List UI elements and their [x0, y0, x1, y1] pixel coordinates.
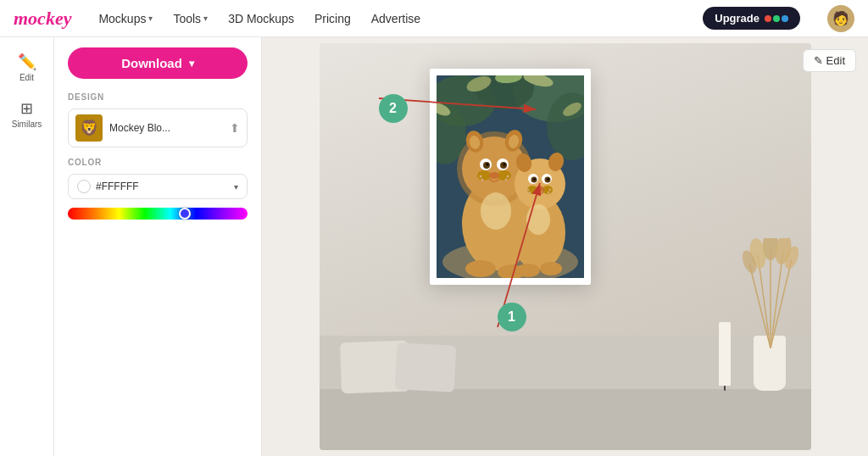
edit-icon: ✏️ [18, 53, 36, 71]
artwork-frame [430, 69, 591, 285]
chevron-down-icon: ▾ [234, 182, 238, 192]
svg-point-40 [533, 178, 535, 180]
svg-point-22 [503, 164, 505, 166]
sidebar-item-edit[interactable]: ✏️ Edit [3, 46, 51, 89]
svg-line-59 [771, 259, 792, 348]
nav-item-3d-mockups[interactable]: 3D Mockups [228, 12, 294, 25]
color-gradient-slider[interactable] [68, 208, 248, 220]
nav-item-tools[interactable]: Tools ▾ [173, 12, 208, 25]
chevron-down-icon: ▾ [189, 58, 194, 70]
grid-icon: ⊞ [20, 99, 33, 118]
dot-red [765, 15, 771, 22]
chevron-down-icon: ▾ [203, 14, 208, 23]
dot-green [773, 15, 780, 22]
color-picker[interactable]: #FFFFFF ▾ [68, 174, 248, 199]
design-name: Mockey Blo... [109, 122, 223, 134]
svg-point-52 [540, 262, 562, 275]
sofa [320, 340, 811, 450]
upload-icon[interactable]: ⬆ [230, 121, 240, 135]
svg-point-21 [486, 164, 488, 166]
color-swatch [77, 180, 91, 193]
svg-point-49 [465, 260, 496, 277]
svg-line-58 [749, 264, 771, 348]
lion-artwork [437, 75, 584, 278]
design-item[interactable]: 🦁 Mockey Blo... ⬆ [68, 108, 248, 147]
svg-point-44 [528, 192, 530, 193]
sidebar: ✏️ Edit ⊞ Similars [0, 37, 54, 456]
svg-line-55 [758, 255, 771, 348]
control-panel: Download ▾ DESIGN 🦁 Mockey Blo... ⬆ COLO… [54, 37, 262, 456]
avatar-button[interactable]: 🧑 [827, 5, 854, 32]
svg-point-46 [547, 192, 548, 193]
edit-badge-button[interactable]: ✎ Edit [803, 49, 856, 72]
candle-body [719, 322, 731, 386]
nav-item-advertise[interactable]: Advertise [371, 12, 420, 25]
candle-wick [724, 386, 726, 391]
candle-decor [719, 322, 731, 391]
svg-point-43 [526, 189, 528, 191]
svg-point-53 [481, 192, 511, 230]
design-section-label: DESIGN [68, 92, 248, 102]
svg-point-15 [477, 170, 491, 181]
design-thumbnail: 🦁 [75, 114, 103, 142]
svg-point-27 [504, 179, 507, 181]
nav-item-pricing[interactable]: Pricing [314, 12, 351, 25]
pampas-svg [737, 238, 804, 348]
annotation-2: 2 [379, 94, 408, 123]
upgrade-button[interactable]: Upgrade [703, 7, 800, 30]
canvas-area: ✎ Edit [262, 37, 868, 456]
vase-decor [754, 336, 786, 391]
svg-point-45 [548, 189, 550, 191]
dot-blue [782, 15, 788, 22]
svg-point-41 [547, 178, 548, 180]
color-hex-value: #FFFFFF [96, 181, 229, 192]
sidebar-item-similars[interactable]: ⊞ Similars [3, 92, 51, 136]
pillow-2 [394, 342, 456, 392]
logo[interactable]: mockey [14, 8, 71, 30]
upgrade-dots [765, 15, 788, 22]
svg-point-42 [536, 186, 544, 192]
chevron-down-icon: ▾ [148, 14, 153, 23]
color-section-label: COLOR [68, 158, 248, 167]
svg-point-24 [479, 175, 481, 178]
sofa-seat [320, 389, 811, 450]
svg-point-23 [489, 172, 499, 179]
svg-point-51 [516, 264, 540, 277]
nav-item-mockups[interactable]: Mockups ▾ [98, 12, 153, 25]
color-section: COLOR #FFFFFF ▾ [68, 158, 248, 220]
navbar: mockey Mockups ▾ Tools ▾ 3D Mockups Pric… [0, 0, 868, 37]
artwork-inner [437, 75, 584, 278]
svg-point-25 [481, 179, 483, 181]
svg-line-57 [771, 251, 783, 348]
svg-point-26 [506, 175, 509, 178]
mockup-frame: 1 2 [320, 43, 811, 450]
download-button[interactable]: Download ▾ [68, 47, 248, 79]
svg-point-54 [526, 204, 550, 235]
annotation-1: 1 [498, 303, 526, 331]
svg-point-16 [498, 170, 511, 181]
gradient-handle[interactable] [179, 208, 191, 220]
main-layout: ✏️ Edit ⊞ Similars Download ▾ DESIGN 🦁 M… [0, 37, 868, 456]
